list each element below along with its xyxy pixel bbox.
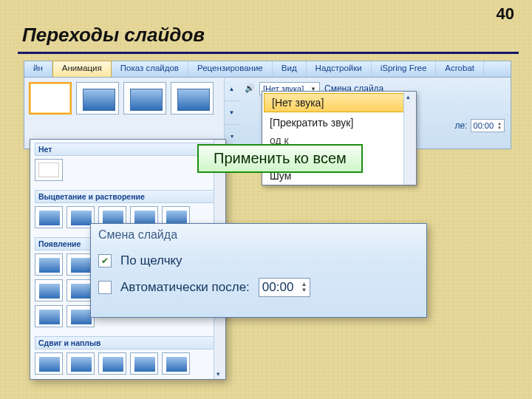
sound-icon: 🔊 xyxy=(245,83,255,94)
tab-review[interactable]: Рецензирование xyxy=(188,61,273,77)
gallery-controls: ▲ ▼ ▾ xyxy=(224,78,239,149)
transition-item[interactable] xyxy=(35,253,63,276)
transition-thumb[interactable] xyxy=(76,82,119,115)
transition-item[interactable] xyxy=(162,352,190,375)
tab-slideshow[interactable]: Показ слайдов xyxy=(112,61,188,77)
advance-slide-popup: Смена слайда По щелчку Автоматически пос… xyxy=(90,223,427,318)
tab-partial[interactable]: йн xyxy=(24,61,52,77)
sound-option-none[interactable]: [Нет звука] xyxy=(264,93,415,112)
transition-item-none[interactable] xyxy=(35,159,63,181)
transition-item[interactable] xyxy=(35,279,63,301)
auto-after-checkbox[interactable] xyxy=(98,281,112,294)
sound-option-stop[interactable]: [Прекратить звук] xyxy=(262,114,416,132)
dropdown-scrollbar[interactable] xyxy=(403,92,416,185)
tab-animation[interactable]: Анимация xyxy=(52,61,112,77)
gallery-group-push: Сдвиг и наплыв xyxy=(35,336,221,349)
transition-gallery xyxy=(24,78,224,149)
gallery-group-fade: Выцветание и растворение xyxy=(35,190,221,203)
slide-title: Переходы слайдов xyxy=(22,24,205,47)
title-underline xyxy=(18,52,519,54)
auto-after-label: Автоматически после: xyxy=(120,280,250,295)
after-label: ле: xyxy=(455,120,468,131)
tab-addins[interactable]: Надстройки xyxy=(307,61,372,77)
transition-item[interactable] xyxy=(98,352,126,375)
advance-popup-title: Смена слайда xyxy=(98,228,419,242)
transition-thumb-none[interactable] xyxy=(29,82,72,115)
gallery-up-button[interactable]: ▲ xyxy=(225,78,239,101)
gallery-down-button[interactable]: ▼ xyxy=(225,101,239,125)
after-time-value: 00:00 xyxy=(474,121,494,130)
transition-item[interactable] xyxy=(66,352,95,375)
auto-after-time-input[interactable]: 00:00 ▲▼ xyxy=(259,278,310,297)
apply-to-all-callout: Применить ко всем xyxy=(197,144,363,173)
tab-view[interactable]: Вид xyxy=(273,61,307,77)
tab-acrobat[interactable]: Acrobat xyxy=(436,61,484,77)
transition-thumb[interactable] xyxy=(171,82,214,115)
on-click-label: По щелчку xyxy=(120,253,183,268)
slide-number: 40 xyxy=(497,4,514,24)
spinner-icon[interactable]: ▲▼ xyxy=(301,282,307,293)
transition-item[interactable] xyxy=(130,352,158,375)
ribbon-tabs: йн Анимация Показ слайдов Рецензирование… xyxy=(24,61,511,78)
on-click-checkbox[interactable] xyxy=(98,254,112,267)
spinner-icon[interactable]: ▲▼ xyxy=(497,121,502,130)
transition-item[interactable] xyxy=(35,352,63,375)
auto-after-time-value: 00:00 xyxy=(262,280,294,295)
after-time-input[interactable]: 00:00 ▲▼ xyxy=(471,119,505,132)
transition-thumb[interactable] xyxy=(123,82,166,115)
tab-ispring[interactable]: iSpring Free xyxy=(372,61,437,77)
transition-item[interactable] xyxy=(35,206,63,228)
gallery-group-none: Нет xyxy=(35,143,221,156)
transition-item[interactable] xyxy=(35,305,63,327)
